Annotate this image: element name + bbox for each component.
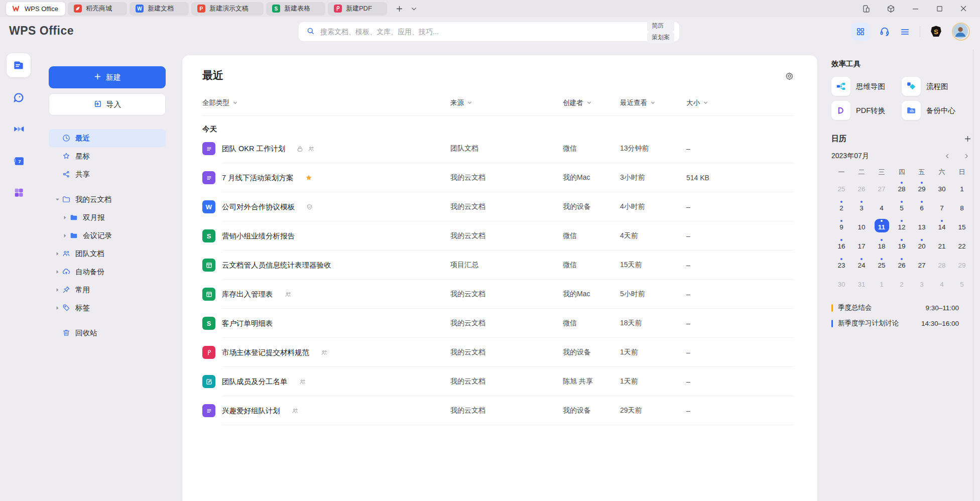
- table-row[interactable]: 团队 OKR 工作计划团队文档微信13分钟前–: [202, 134, 793, 163]
- calendar-day[interactable]: 28: [892, 178, 912, 197]
- calendar-day[interactable]: 30: [932, 178, 952, 197]
- table-row[interactable]: 库存出入管理表我的云文档我的Mac5小时前–: [202, 280, 793, 309]
- apps-grid-button[interactable]: [851, 23, 870, 41]
- calendar-day[interactable]: 22: [952, 235, 972, 254]
- calendar-day[interactable]: 1: [952, 178, 972, 197]
- import-button[interactable]: 导入: [49, 93, 166, 115]
- calendar-next-month-button[interactable]: [963, 153, 970, 160]
- tab-新建文档[interactable]: W新建文档: [130, 2, 189, 16]
- calendar-day[interactable]: 17: [851, 235, 872, 254]
- tab-稻壳商城[interactable]: 稻壳商城: [68, 2, 127, 16]
- filter-最近查看[interactable]: 最近查看: [620, 98, 686, 107]
- calendar-add-event-button[interactable]: [963, 135, 972, 143]
- sidebar-item-回收站[interactable]: 回收站: [49, 324, 166, 342]
- calendar-day[interactable]: 2: [831, 197, 851, 216]
- filter-全部类型[interactable]: 全部类型: [202, 98, 450, 107]
- minimize-button[interactable]: [911, 4, 920, 14]
- workspace-cube-icon[interactable]: [886, 4, 896, 14]
- calendar-day[interactable]: 14: [932, 216, 952, 235]
- rail-item-docs[interactable]: [7, 53, 31, 77]
- search-input[interactable]: [319, 27, 644, 36]
- calendar-day[interactable]: 10: [851, 216, 872, 235]
- calendar-day[interactable]: 2: [892, 273, 912, 292]
- sidebar-item-标签[interactable]: 标签: [49, 299, 166, 317]
- filter-大小[interactable]: 大小: [686, 98, 793, 107]
- rail-item-chat[interactable]: [7, 86, 31, 109]
- calendar-day[interactable]: 21: [932, 235, 952, 254]
- calendar-day[interactable]: 8: [952, 197, 972, 216]
- caret-right-icon[interactable]: [62, 233, 68, 238]
- main-menu-button[interactable]: [900, 27, 910, 37]
- tool-思维导图[interactable]: 思维导图: [831, 77, 902, 96]
- rail-item-calendar-7[interactable]: 7: [7, 149, 31, 172]
- calendar-day[interactable]: 4: [932, 273, 952, 292]
- calendar-day[interactable]: 30: [831, 273, 851, 292]
- close-button[interactable]: [959, 4, 968, 13]
- sidebar-item-常用[interactable]: 常用: [49, 281, 166, 299]
- table-row[interactable]: 团队成员及分工名单我的云文档陈旭 共享1天前–: [202, 367, 793, 396]
- calendar-day[interactable]: 15: [952, 216, 972, 235]
- calendar-day[interactable]: 3: [912, 273, 932, 292]
- caret-right-icon[interactable]: [54, 270, 61, 274]
- new-document-button[interactable]: 新建: [49, 66, 166, 88]
- calendar-day[interactable]: 27: [912, 254, 932, 273]
- event-季度总结会[interactable]: 季度总结会9:30–11:00: [831, 302, 972, 313]
- calendar-day[interactable]: 9: [831, 216, 851, 235]
- calendar-day[interactable]: 24: [851, 254, 872, 273]
- calendar-day[interactable]: 11: [872, 216, 892, 235]
- tab-新建表格[interactable]: S新建表格: [266, 2, 325, 16]
- sidebar-item-共享[interactable]: 共享: [49, 165, 166, 183]
- calendar-day[interactable]: 31: [851, 273, 872, 292]
- filter-创建者[interactable]: 创建者: [563, 98, 620, 107]
- sidebar-item-双月报[interactable]: 双月报: [49, 208, 166, 226]
- search-bar[interactable]: 简历策划案: [299, 22, 679, 41]
- filter-来源[interactable]: 来源: [450, 98, 563, 107]
- table-row[interactable]: W公司对外合作协议模板我的云文档我的设备4小时前–: [202, 192, 793, 221]
- sidebar-item-团队文档[interactable]: 团队文档: [49, 244, 166, 263]
- caret-right-icon[interactable]: [54, 306, 61, 310]
- calendar-day[interactable]: 3: [851, 197, 872, 216]
- calendar-day[interactable]: 27: [872, 178, 892, 197]
- search-tag-策划案[interactable]: 策划案: [647, 32, 674, 43]
- tab-list-dropdown-button[interactable]: [411, 6, 417, 12]
- sidebar-item-我的云文档[interactable]: 我的云文档: [49, 190, 166, 208]
- table-row[interactable]: S客户订单明细表我的云文档微信18天前–: [202, 309, 793, 338]
- support-headset-button[interactable]: [879, 26, 890, 37]
- caret-right-icon[interactable]: [54, 288, 61, 292]
- calendar-day[interactable]: 25: [872, 254, 892, 273]
- event-新季度学习计划讨论[interactable]: 新季度学习计划讨论14:30–16:00: [831, 318, 972, 329]
- sidebar-item-最近[interactable]: 最近: [49, 129, 166, 147]
- sidebar-item-自动备份[interactable]: 自动备份: [49, 263, 166, 281]
- calendar-day[interactable]: 5: [892, 197, 912, 216]
- calendar-day[interactable]: 20: [912, 235, 932, 254]
- tool-备份中心[interactable]: 备份中心: [902, 101, 972, 120]
- membership-badge-icon[interactable]: S: [930, 25, 942, 39]
- table-row[interactable]: S营销小组业绩分析报告我的云文档微信4天前–: [202, 221, 793, 250]
- calendar-day[interactable]: 18: [872, 235, 892, 254]
- calendar-day[interactable]: 12: [892, 216, 912, 235]
- rail-item-meeting[interactable]: [7, 117, 31, 141]
- table-row[interactable]: 7 月线下活动策划方案我的云文档我的Mac3小时前514 KB: [202, 163, 793, 192]
- calendar-prev-month-button[interactable]: [944, 153, 951, 160]
- caret-down-icon[interactable]: [54, 197, 61, 202]
- calendar-day[interactable]: 25: [831, 178, 851, 197]
- rail-item-apps-purple[interactable]: [7, 181, 31, 204]
- sidebar-item-会议记录[interactable]: 会议记录: [49, 226, 166, 244]
- settings-gear-icon[interactable]: [785, 71, 794, 83]
- calendar-day[interactable]: 29: [952, 254, 972, 273]
- table-row[interactable]: 云文档管人员信息统计表理器验收项目汇总微信15天前–: [202, 250, 793, 280]
- calendar-day[interactable]: 5: [952, 273, 972, 292]
- tab-新建演示文稿[interactable]: P新建演示文稿: [191, 2, 264, 16]
- tool-PDF转换[interactable]: PDF转换: [831, 101, 902, 120]
- tool-流程图[interactable]: 流程图: [902, 77, 972, 96]
- sidebar-item-星标[interactable]: 星标: [49, 147, 166, 165]
- calendar-day[interactable]: 26: [851, 178, 872, 197]
- calendar-day[interactable]: 19: [892, 235, 912, 254]
- calendar-day[interactable]: 26: [892, 254, 912, 273]
- tab-WPS Office[interactable]: WPS Office: [6, 2, 65, 16]
- maximize-button[interactable]: [935, 5, 944, 13]
- user-avatar[interactable]: [952, 23, 970, 41]
- calendar-day[interactable]: 23: [831, 254, 851, 273]
- calendar-day[interactable]: 7: [932, 197, 952, 216]
- new-tab-button[interactable]: [395, 5, 404, 13]
